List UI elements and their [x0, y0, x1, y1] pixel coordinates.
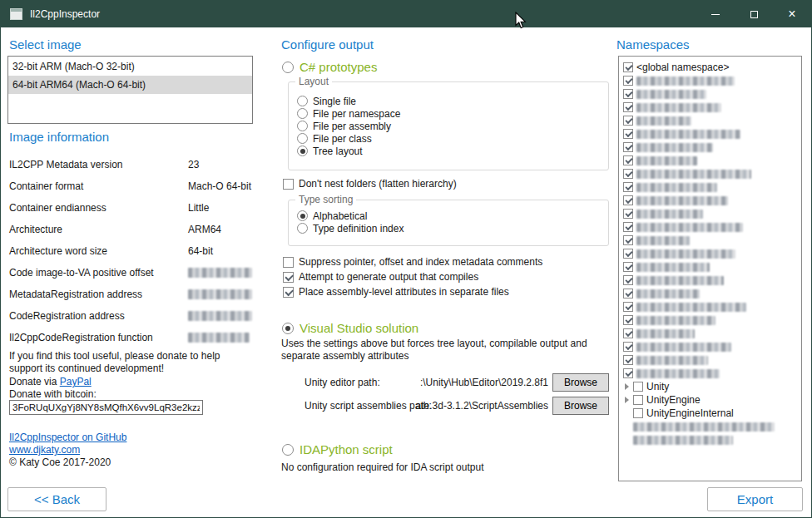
- namespace-row[interactable]: [623, 74, 801, 87]
- radio-button[interactable]: [297, 96, 308, 106]
- namespace-checkbox[interactable]: [623, 89, 633, 99]
- namespace-row[interactable]: [623, 114, 801, 127]
- unity-editor-browse-button[interactable]: Browse: [552, 373, 609, 392]
- namespace-row[interactable]: UnityEngine: [623, 393, 801, 407]
- namespace-row[interactable]: [623, 300, 801, 313]
- radio-button[interactable]: [297, 108, 308, 119]
- checkbox[interactable]: [283, 179, 294, 190]
- radio-button[interactable]: [297, 133, 308, 144]
- close-button[interactable]: ×: [773, 1, 811, 27]
- checkbox-option[interactable]: Attempt to generate output that compiles: [283, 269, 542, 284]
- namespace-checkbox[interactable]: [623, 62, 633, 72]
- namespace-checkbox[interactable]: [623, 302, 633, 312]
- image-list-item[interactable]: 32-bit ARM (Mach-O 32-bit): [8, 57, 252, 76]
- radio-button[interactable]: [297, 210, 308, 221]
- paypal-link[interactable]: PayPal: [60, 376, 92, 387]
- namespace-row[interactable]: [623, 340, 801, 353]
- namespace-row[interactable]: <global namespace>: [623, 61, 801, 74]
- namespace-row[interactable]: [623, 207, 801, 220]
- namespace-checkbox[interactable]: [623, 368, 633, 378]
- namespaces-list[interactable]: <global namespace>: [618, 56, 802, 481]
- namespace-checkbox[interactable]: [623, 328, 633, 338]
- namespace-checkbox[interactable]: [623, 315, 633, 325]
- namespace-row[interactable]: [623, 313, 801, 327]
- namespace-checkbox[interactable]: [623, 262, 633, 272]
- namespace-checkbox[interactable]: [623, 209, 633, 219]
- idapython-script-option[interactable]: IDAPython script: [282, 442, 393, 456]
- namespace-row[interactable]: [623, 180, 801, 194]
- radio-button[interactable]: [282, 323, 294, 334]
- namespace-row[interactable]: [623, 353, 801, 367]
- namespace-checkbox[interactable]: [633, 408, 643, 418]
- unity-script-browse-button[interactable]: Browse: [552, 397, 609, 415]
- namespace-row[interactable]: [623, 367, 801, 380]
- checkbox[interactable]: [283, 272, 294, 283]
- radio-option[interactable]: Alphabetical: [297, 210, 608, 222]
- minimize-button[interactable]: [696, 1, 735, 27]
- namespace-row[interactable]: [623, 274, 801, 287]
- checkbox[interactable]: [283, 287, 294, 298]
- radio-button[interactable]: [297, 223, 308, 234]
- website-link[interactable]: www.djkaty.com: [9, 444, 80, 456]
- namespace-checkbox[interactable]: [623, 342, 633, 352]
- image-list-item[interactable]: 64-bit ARM64 (Mach-O 64-bit): [8, 76, 252, 94]
- radio-button[interactable]: [282, 444, 294, 456]
- flatten-hierarchy-option[interactable]: Don't nest folders (flatten hierarchy): [283, 178, 457, 190]
- namespace-row[interactable]: [623, 87, 801, 101]
- radio-option[interactable]: File per assembly: [297, 120, 608, 132]
- namespace-row[interactable]: [623, 167, 801, 180]
- export-button[interactable]: Export: [707, 487, 803, 511]
- namespace-checkbox[interactable]: [623, 155, 633, 165]
- radio-option[interactable]: Tree layout: [297, 145, 608, 157]
- expander-icon[interactable]: [623, 383, 630, 390]
- namespace-checkbox[interactable]: [623, 235, 633, 245]
- namespace-checkbox[interactable]: [623, 102, 633, 112]
- namespace-checkbox[interactable]: [623, 289, 633, 298]
- github-link[interactable]: Il2CppInspector on GitHub: [9, 432, 126, 443]
- back-button[interactable]: << Back: [7, 487, 106, 511]
- namespace-checkbox[interactable]: [623, 195, 633, 205]
- namespace-checkbox[interactable]: [623, 249, 633, 259]
- namespace-row[interactable]: [623, 127, 801, 141]
- namespace-checkbox[interactable]: [623, 169, 633, 179]
- namespace-checkbox[interactable]: [633, 382, 643, 392]
- namespace-row[interactable]: [623, 154, 801, 167]
- namespace-row[interactable]: [623, 433, 801, 446]
- namespace-row[interactable]: [623, 220, 801, 234]
- radio-button[interactable]: [297, 121, 308, 131]
- namespace-row[interactable]: [623, 287, 801, 300]
- radio-option[interactable]: File per class: [297, 132, 608, 145]
- maximize-button[interactable]: [735, 1, 773, 27]
- visual-studio-solution-option[interactable]: Visual Studio solution: [282, 321, 418, 335]
- namespace-checkbox[interactable]: [623, 116, 633, 126]
- namespace-row[interactable]: [623, 327, 801, 340]
- namespace-checkbox[interactable]: [623, 222, 633, 232]
- namespace-row[interactable]: [623, 234, 801, 247]
- csharp-prototypes-option[interactable]: C# prototypes: [282, 60, 377, 74]
- radio-option[interactable]: Single file: [297, 95, 608, 107]
- namespace-checkbox[interactable]: [633, 395, 643, 405]
- checkbox-option[interactable]: Suppress pointer, offset and index metad…: [283, 254, 542, 269]
- radio-option[interactable]: Type definition index: [297, 222, 608, 234]
- namespace-row[interactable]: [623, 141, 801, 154]
- namespace-row[interactable]: [623, 101, 801, 114]
- namespace-row[interactable]: UnityEngineInternal: [623, 407, 801, 420]
- namespace-row[interactable]: Unity: [623, 380, 801, 393]
- bitcoin-address-field[interactable]: [9, 400, 203, 415]
- expander-icon[interactable]: [623, 397, 630, 403]
- namespace-row[interactable]: [623, 260, 801, 274]
- namespace-checkbox[interactable]: [623, 76, 633, 86]
- radio-button[interactable]: [282, 62, 294, 73]
- checkbox[interactable]: [283, 257, 294, 268]
- namespace-row[interactable]: [623, 420, 801, 433]
- namespace-row[interactable]: [623, 194, 801, 207]
- namespace-checkbox[interactable]: [623, 182, 633, 192]
- image-list[interactable]: 32-bit ARM (Mach-O 32-bit) 64-bit ARM64 …: [7, 56, 253, 124]
- namespace-row[interactable]: [623, 247, 801, 260]
- namespace-checkbox[interactable]: [623, 129, 633, 139]
- namespace-checkbox[interactable]: [623, 275, 633, 285]
- checkbox-option[interactable]: Place assembly-level attributes in separ…: [283, 284, 542, 299]
- namespace-checkbox[interactable]: [623, 355, 633, 365]
- radio-option[interactable]: File per namespace: [297, 107, 608, 120]
- namespace-checkbox[interactable]: [623, 142, 633, 152]
